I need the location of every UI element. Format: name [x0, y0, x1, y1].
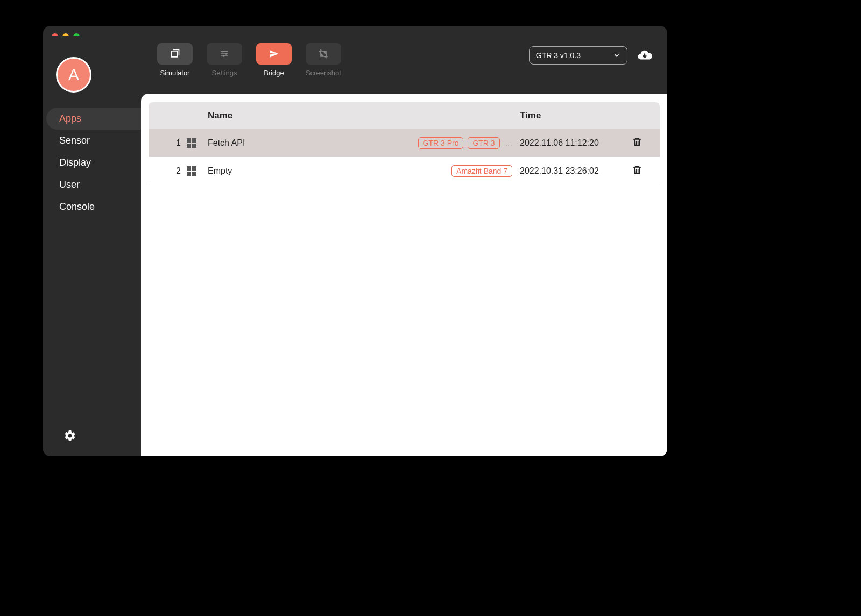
chevron-down-icon — [613, 52, 620, 59]
device-tag[interactable]: Amazfit Band 7 — [451, 165, 512, 177]
sidebar-item-label: User — [59, 179, 80, 190]
send-icon — [269, 49, 279, 59]
sidebar-nav: Apps Sensor Display User Console — [43, 108, 141, 218]
sidebar-item-console[interactable]: Console — [46, 196, 141, 218]
svg-point-1 — [225, 53, 227, 54]
avatar[interactable]: A — [56, 57, 91, 93]
toolbar-label: Settings — [212, 69, 237, 77]
toolbar-settings[interactable]: Settings — [203, 43, 245, 77]
cloud-download-button[interactable] — [635, 46, 654, 65]
titlebar — [43, 26, 667, 36]
content-area: Name Time 1 Fetch API GTR 3 Pro G — [141, 94, 667, 456]
settings-gear-button[interactable] — [63, 435, 76, 444]
cloud-download-icon — [637, 47, 653, 63]
sidebar-item-label: Display — [59, 157, 91, 168]
svg-point-2 — [223, 55, 224, 57]
row-name: Fetch API — [202, 138, 389, 148]
trash-icon — [632, 137, 643, 147]
trash-icon — [632, 165, 643, 175]
row-time: 2022.11.06 11:12:20 — [512, 138, 625, 148]
avatar-letter: A — [68, 66, 79, 84]
sidebar: A Apps Sensor Display User Console — [43, 36, 141, 456]
row-index: 2 — [159, 166, 181, 176]
device-select-value: GTR 3 v1.0.3 — [536, 51, 581, 60]
simulator-icon — [170, 48, 180, 59]
sidebar-item-sensor[interactable]: Sensor — [46, 130, 141, 152]
table-header: Name Time — [149, 102, 660, 129]
sidebar-item-apps[interactable]: Apps — [46, 108, 141, 130]
sidebar-item-label: Console — [59, 201, 95, 212]
app-grid-icon — [187, 166, 196, 176]
device-tag[interactable]: GTR 3 Pro — [418, 137, 464, 149]
row-name: Empty — [202, 166, 389, 176]
main-panel: Simulator Settings Bridge — [141, 36, 667, 456]
sidebar-item-display[interactable]: Display — [46, 152, 141, 174]
row-index: 1 — [159, 138, 181, 148]
crop-icon — [318, 48, 329, 59]
column-header-name[interactable]: Name — [202, 110, 389, 121]
toolbar-label: Simulator — [160, 69, 190, 77]
toolbar-label: Bridge — [264, 69, 284, 77]
device-select[interactable]: GTR 3 v1.0.3 — [529, 46, 627, 65]
row-time: 2022.10.31 23:26:02 — [512, 166, 625, 176]
svg-point-0 — [222, 51, 223, 52]
gear-icon — [63, 429, 76, 442]
column-header-time[interactable]: Time — [512, 110, 625, 121]
toolbar-screenshot[interactable]: Screenshot — [302, 43, 344, 77]
more-tags-indicator[interactable]: ... — [504, 138, 512, 148]
toolbar-simulator[interactable]: Simulator — [154, 43, 196, 77]
delete-row-button[interactable] — [632, 165, 643, 178]
table-row[interactable]: 1 Fetch API GTR 3 Pro GTR 3 ... 2022.11.… — [149, 129, 660, 157]
app-grid-icon — [187, 138, 196, 148]
apps-table: Name Time 1 Fetch API GTR 3 Pro G — [149, 102, 660, 185]
toolbar-label: Screenshot — [306, 69, 341, 77]
table-row[interactable]: 2 Empty Amazfit Band 7 2022.10.31 23:26:… — [149, 157, 660, 185]
sidebar-footer — [43, 417, 141, 456]
toolbar-bridge[interactable]: Bridge — [253, 43, 295, 77]
sidebar-item-user[interactable]: User — [46, 174, 141, 196]
sliders-icon — [219, 48, 230, 59]
toolbar: Simulator Settings Bridge — [141, 36, 667, 94]
delete-row-button[interactable] — [632, 137, 643, 150]
device-tag[interactable]: GTR 3 — [468, 137, 499, 149]
sidebar-item-label: Sensor — [59, 135, 90, 146]
sidebar-item-label: Apps — [59, 113, 81, 124]
app-window: A Apps Sensor Display User Console — [43, 26, 667, 456]
window-body: A Apps Sensor Display User Console — [43, 36, 667, 456]
